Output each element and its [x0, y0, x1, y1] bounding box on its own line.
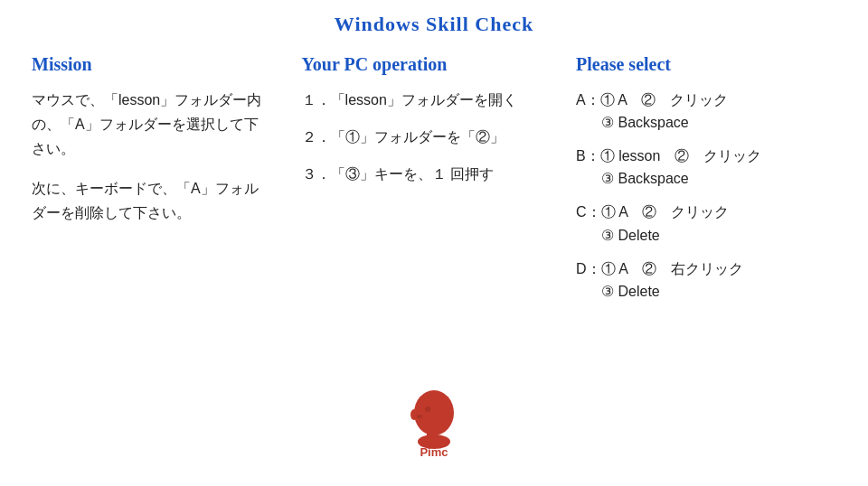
logo-text: Pimc — [420, 445, 448, 459]
select-header: Please select — [576, 54, 832, 75]
select-item-c-main[interactable]: C：① A ② クリック — [576, 200, 832, 224]
logo-area: Pimc — [402, 386, 466, 459]
svg-point-3 — [410, 409, 418, 420]
operation-column: Your PC operation １．「lesson」フォルダーを開く ２．「… — [284, 45, 558, 322]
select-item-b-sub: ③ Backspace — [601, 170, 832, 187]
mission-paragraph-1: マウスで、「lesson」フォルダー内の、「A」フォルダーを選択して下さい。 — [32, 88, 266, 162]
select-item-b-main[interactable]: B：① lesson ② クリック — [576, 144, 832, 168]
operation-header: Your PC operation — [302, 54, 540, 75]
op-item-3: ３．「③」キーを、１ 回押す — [302, 162, 540, 186]
op-item-2: ２．「①」フォルダーを「②」 — [302, 125, 540, 149]
select-item-a-main[interactable]: A：① A ② クリック — [576, 88, 832, 112]
svg-point-0 — [414, 390, 454, 435]
svg-point-5 — [417, 415, 422, 418]
select-column: Please select A：① A ② クリック ③ Backspace B… — [558, 45, 850, 322]
mission-paragraph-2: 次に、キーボードで、「A」フォルダーを削除して下さい。 — [32, 176, 266, 225]
svg-point-4 — [425, 407, 430, 412]
select-item-a-sub: ③ Backspace — [601, 114, 832, 131]
logo-icon — [402, 386, 466, 449]
op-item-1: １．「lesson」フォルダーを開く — [302, 88, 540, 112]
mission-column: Mission マウスで、「lesson」フォルダー内の、「A」フォルダーを選択… — [18, 45, 284, 322]
select-item-c-sub: ③ Delete — [601, 227, 832, 244]
select-item-d-main[interactable]: D：① A ② 右クリック — [576, 257, 832, 281]
page-title: Windows Skill Check — [0, 0, 868, 36]
select-item-d-sub: ③ Delete — [601, 283, 832, 300]
mission-header: Mission — [32, 54, 266, 75]
